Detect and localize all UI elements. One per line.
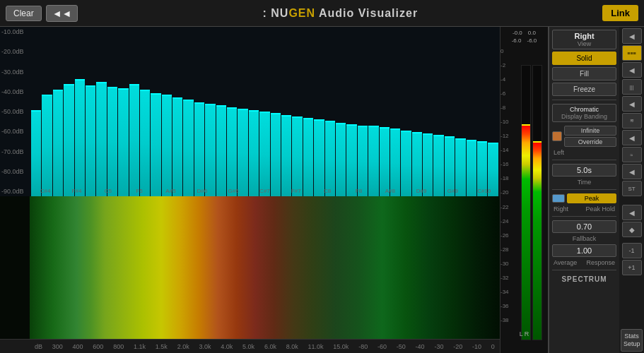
vu-top-left: -0.0 bbox=[513, 30, 522, 36]
vu-scale-label: -6 bbox=[500, 90, 505, 97]
spectrum-bar bbox=[205, 104, 215, 196]
undo-button[interactable]: ◄◄ bbox=[46, 5, 78, 22]
freq-label: 3.0k bbox=[199, 343, 211, 350]
vu-top-right: 0.0 bbox=[528, 30, 536, 36]
vu-scale-label: -32 bbox=[500, 275, 509, 281]
far-right-panel: ◀ ≡≡≡ ◀ ||| ◀ ≋ ◀ ≈ ◀ ST ◀ ◆ -1 +1 Stats… bbox=[619, 27, 644, 353]
spectrum-bars bbox=[30, 27, 500, 196]
spectrum-bar bbox=[259, 112, 269, 196]
freq-label: 600 bbox=[93, 343, 103, 350]
time-value[interactable]: 5.0s bbox=[552, 164, 616, 176]
view-mode-6-button[interactable]: ≋ bbox=[622, 113, 642, 128]
spectrum-bar bbox=[238, 109, 247, 196]
y-label: -80.0dB bbox=[1, 168, 28, 175]
vu-bar-right bbox=[532, 65, 542, 340]
freq-label: 11.0k bbox=[308, 343, 324, 350]
view-mode-7-button[interactable]: ◀ bbox=[622, 130, 642, 145]
time-label: Time bbox=[552, 179, 616, 186]
freeze-button[interactable]: Freeze bbox=[552, 83, 616, 96]
y-label: -20.0dB bbox=[1, 48, 28, 55]
spectrum-bar bbox=[42, 95, 52, 196]
freq-label: 1.1k bbox=[134, 343, 146, 350]
freq-label: -30 bbox=[434, 343, 443, 350]
view-mode-4-button[interactable]: ||| bbox=[622, 79, 642, 95]
freq-label: -60 bbox=[377, 343, 387, 350]
view-mode-10-button[interactable]: ◀ bbox=[622, 205, 642, 220]
vu-scale: 0 -2 -4 -6 -8 -10 -12 -14 -16 -18 -20 -2… bbox=[500, 48, 509, 323]
note-label: C8 bbox=[312, 188, 343, 194]
view-mode-8-button[interactable]: ≈ bbox=[622, 147, 642, 162]
spectrum-bar bbox=[183, 100, 193, 196]
fallback-label: Fallback bbox=[552, 235, 616, 242]
spectrum-bar bbox=[227, 108, 237, 196]
vu-scale-label: -8 bbox=[500, 104, 505, 111]
spectrum-bar bbox=[151, 94, 160, 196]
spectrogram-area bbox=[0, 196, 500, 339]
vu-scale-label: -28 bbox=[500, 246, 509, 253]
infinite-button[interactable]: Infinite bbox=[564, 126, 616, 136]
spectrum-label: SPECTRUM bbox=[552, 275, 616, 283]
view-mode-1-button[interactable]: ◀ bbox=[622, 28, 642, 44]
minus1-button[interactable]: -1 bbox=[622, 243, 642, 258]
fill-button[interactable]: Fill bbox=[552, 67, 616, 80]
note-label: F#4 bbox=[61, 188, 92, 194]
freq-label: 15.0k bbox=[333, 343, 349, 350]
view-mode-2-button[interactable]: ≡≡≡ bbox=[622, 45, 642, 61]
vu-scale-label: -12 bbox=[500, 133, 509, 139]
response-value[interactable]: 1.00 bbox=[552, 244, 616, 257]
st-button[interactable]: ST bbox=[622, 181, 642, 196]
freq-label: 300 bbox=[52, 343, 63, 350]
link-button[interactable]: Link bbox=[602, 5, 638, 21]
freq-label: 6.0k bbox=[264, 343, 276, 350]
stats-setup-button[interactable]: Stats Setup bbox=[621, 329, 643, 352]
peak-button[interactable]: Peak bbox=[567, 193, 616, 203]
diamond-button[interactable]: ◆ bbox=[622, 222, 642, 237]
right-label2: Right bbox=[554, 205, 568, 213]
note-label: C5 bbox=[93, 188, 124, 194]
view-label: View bbox=[554, 40, 614, 47]
vu-db-right: -6.0 bbox=[527, 37, 537, 44]
note-label: A#5 bbox=[155, 188, 186, 194]
note-label: F8 bbox=[343, 188, 374, 194]
view-mode-5-button[interactable]: ◀ bbox=[622, 96, 642, 112]
clear-button[interactable]: Clear bbox=[6, 6, 42, 21]
title-prefix: : NU bbox=[263, 7, 289, 19]
fallback-value[interactable]: 0.70 bbox=[552, 220, 616, 233]
plus1-button[interactable]: +1 bbox=[622, 260, 642, 275]
override-button[interactable]: Override bbox=[564, 137, 616, 147]
view-mode-3-button[interactable]: ◀ bbox=[622, 62, 642, 78]
left-swatch bbox=[552, 131, 562, 141]
spectrum-bar bbox=[118, 89, 128, 196]
view-mode-9-button[interactable]: ◀ bbox=[622, 164, 642, 179]
spectrum-canvas: C#4 F#4 C5 F5 A#5 D#6 G#6 C#7 F#7 C8 F8 … bbox=[30, 27, 500, 196]
spectrum-area: -10.0dB -20.0dB -30.0dB -40.0dB -50.0dB … bbox=[0, 27, 500, 196]
vu-scale-label: -18 bbox=[500, 175, 509, 181]
spectrum-bar bbox=[75, 80, 85, 196]
freq-label: -80 bbox=[358, 343, 368, 350]
vu-bottom-label: L R bbox=[520, 330, 529, 337]
spectrum-bar bbox=[281, 116, 291, 196]
spectrum-bar bbox=[194, 103, 204, 196]
spectrum-bar bbox=[140, 90, 150, 196]
freq-label: 0 bbox=[491, 343, 495, 350]
vu-scale-label: -20 bbox=[500, 189, 509, 196]
vu-scale-label: -4 bbox=[500, 76, 505, 83]
vu-scale-label: -26 bbox=[500, 232, 509, 239]
note-label: C#10 bbox=[469, 188, 500, 194]
spectrum-bar bbox=[64, 85, 74, 196]
vu-scale-label: -16 bbox=[500, 161, 509, 167]
spectrum-bar bbox=[271, 114, 281, 196]
freq-label: 400 bbox=[73, 343, 83, 350]
spectrum-bar bbox=[216, 106, 226, 196]
bottom-labels: dB 300 400 600 800 1.1k 1.5k 2.0k 3.0k 4… bbox=[30, 343, 500, 350]
spectrum-bar bbox=[31, 111, 41, 196]
top-bar: Clear ◄◄ : NUGEN Audio Visualizer Link bbox=[0, 0, 644, 27]
average-label: Average bbox=[554, 259, 577, 266]
y-label: -50.0dB bbox=[1, 108, 28, 115]
note-label: C#4 bbox=[30, 188, 61, 194]
freq-label: 4.0k bbox=[221, 343, 233, 350]
solid-button[interactable]: Solid bbox=[552, 52, 616, 65]
y-label: -70.0dB bbox=[1, 148, 28, 155]
y-axis-labels: -10.0dB -20.0dB -30.0dB -40.0dB -50.0dB … bbox=[0, 27, 30, 196]
chromatic-label: Chromatic bbox=[554, 106, 614, 113]
